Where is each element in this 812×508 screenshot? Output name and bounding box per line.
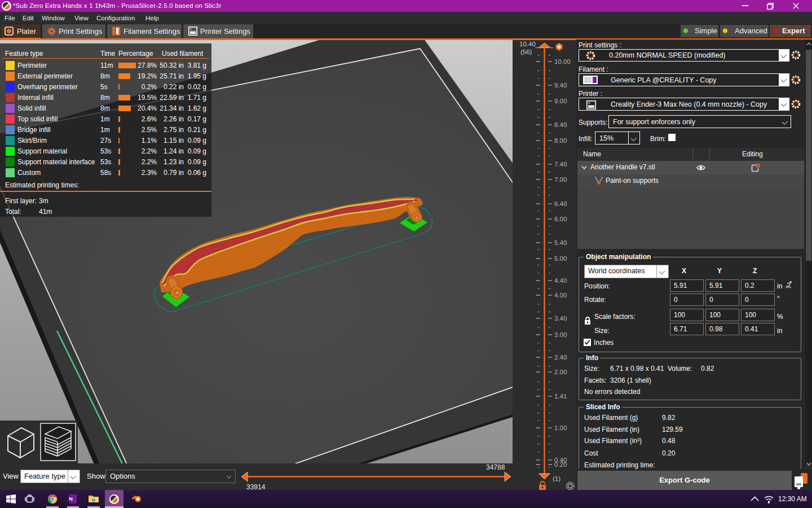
- svg-text:N: N: [69, 496, 73, 502]
